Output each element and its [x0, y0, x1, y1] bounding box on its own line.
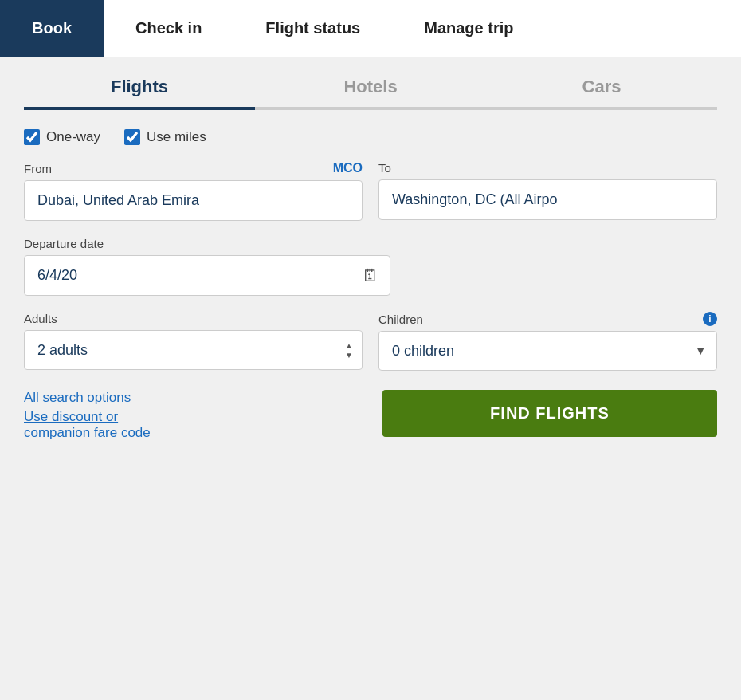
adults-select[interactable]: 1 adult 2 adults 3 adults 4 adults 5 adu… — [24, 330, 363, 370]
nav-checkin[interactable]: Check in — [104, 0, 233, 57]
from-to-row: From MCO To — [24, 161, 717, 221]
tab-cars[interactable]: Cars — [486, 77, 717, 110]
checkboxes-row: One-way Use miles — [24, 129, 717, 145]
from-label: From MCO — [24, 161, 363, 175]
from-code: MCO — [333, 161, 363, 175]
from-field-group: From MCO — [24, 161, 363, 221]
passengers-row: Adults 1 adult 2 adults 3 adults 4 adult… — [24, 312, 717, 371]
to-field-group: To — [378, 161, 717, 221]
tab-hotels[interactable]: Hotels — [255, 77, 486, 110]
one-way-checkbox[interactable] — [24, 129, 40, 145]
date-input-wrapper: 🗓 — [24, 255, 390, 296]
nav-manage-trip[interactable]: Manage trip — [392, 0, 545, 57]
from-input[interactable] — [24, 180, 363, 221]
one-way-label[interactable]: One-way — [24, 129, 100, 145]
find-flights-button[interactable]: FIND FLIGHTS — [382, 390, 717, 437]
links-col: All search options Use discount orcompan… — [24, 390, 151, 441]
tabs-row: Flights Hotels Cars — [24, 77, 717, 110]
one-way-text: One-way — [46, 129, 100, 145]
discount-code-link[interactable]: Use discount orcompanion fare code — [24, 409, 151, 441]
adults-field-group: Adults 1 adult 2 adults 3 adults 4 adult… — [24, 312, 363, 371]
children-field-group: Children i 0 children 1 child 2 children… — [378, 312, 717, 371]
children-info-icon[interactable]: i — [703, 312, 717, 326]
children-label: Children i — [378, 312, 717, 326]
to-input[interactable] — [378, 179, 717, 220]
use-miles-checkbox[interactable] — [124, 129, 140, 145]
adults-select-wrapper: 1 adult 2 adults 3 adults 4 adults 5 adu… — [24, 330, 363, 371]
adults-label: Adults — [24, 312, 363, 325]
children-select-wrapper: 0 children 1 child 2 children 3 children… — [378, 331, 717, 371]
bottom-row: All search options Use discount orcompan… — [24, 390, 717, 441]
nav-book[interactable]: Book — [0, 0, 104, 57]
all-search-options-link[interactable]: All search options — [24, 390, 151, 406]
main-content: Flights Hotels Cars One-way Use miles Fr… — [0, 57, 741, 465]
departure-date-row: Departure date 🗓 — [24, 237, 717, 296]
nav-flight-status[interactable]: Flight status — [233, 0, 392, 57]
tab-flights[interactable]: Flights — [24, 77, 255, 110]
use-miles-text: Use miles — [147, 129, 206, 145]
top-nav: Book Check in Flight status Manage trip — [0, 0, 741, 57]
departure-date-label: Departure date — [24, 237, 717, 250]
use-miles-label[interactable]: Use miles — [124, 129, 206, 145]
children-select[interactable]: 0 children 1 child 2 children 3 children… — [378, 331, 717, 371]
to-label: To — [378, 161, 717, 175]
departure-date-input[interactable] — [24, 255, 390, 296]
